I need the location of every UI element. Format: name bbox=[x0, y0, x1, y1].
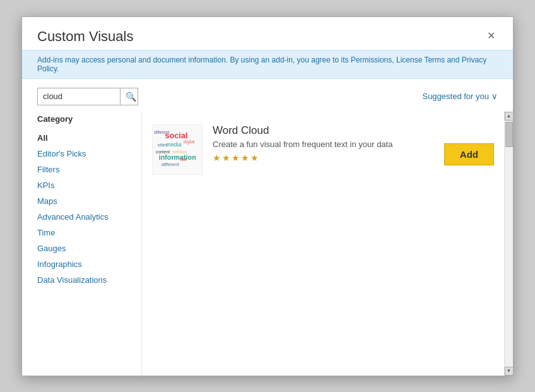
custom-visuals-dialog: Custom Visuals ✕ Add-ins may access pers… bbox=[21, 16, 514, 376]
svg-text:different: different bbox=[154, 129, 170, 134]
scrollbar-thumb[interactable] bbox=[505, 122, 513, 147]
notice-text: Add-ins may access personal and document… bbox=[37, 56, 486, 73]
dialog-title: Custom Visuals bbox=[37, 28, 133, 45]
svg-text:like: like bbox=[180, 157, 187, 161]
visual-description: Create a fun visual from frequent text i… bbox=[213, 140, 434, 149]
chevron-down-icon: ∨ bbox=[491, 92, 498, 101]
search-input[interactable] bbox=[38, 88, 120, 105]
sidebar-item-maps[interactable]: Maps bbox=[37, 193, 126, 209]
suggested-label: Suggested for you bbox=[422, 92, 489, 101]
add-button[interactable]: Add bbox=[444, 143, 494, 165]
svg-text:digital: digital bbox=[184, 140, 195, 145]
visual-name: Word Cloud bbox=[213, 124, 434, 137]
scrollbar-up-button[interactable]: ▲ bbox=[505, 112, 514, 121]
word-cloud-image: social sites media digital content netwo… bbox=[153, 125, 202, 174]
sidebar-item-advanced-analytics[interactable]: Advanced Analytics bbox=[37, 209, 126, 225]
suggested-for-you-button[interactable]: Suggested for you ∨ bbox=[422, 92, 498, 101]
search-row: 🔍 Suggested for you ∨ bbox=[22, 79, 513, 112]
dialog-header: Custom Visuals ✕ bbox=[22, 17, 513, 50]
content-area: Category All Editor's Picks Filters KPIs… bbox=[22, 112, 513, 376]
sidebar-item-infographics[interactable]: Infographics bbox=[37, 256, 126, 272]
visual-card: social sites media digital content netwo… bbox=[152, 118, 494, 181]
sidebar: Category All Editor's Picks Filters KPIs… bbox=[22, 112, 142, 376]
results-area: social sites media digital content netwo… bbox=[142, 112, 504, 376]
sidebar-item-editors-picks[interactable]: Editor's Picks bbox=[37, 146, 126, 162]
visual-thumbnail: social sites media digital content netwo… bbox=[152, 124, 203, 175]
svg-text:different: different bbox=[162, 162, 180, 167]
svg-text:information: information bbox=[159, 153, 196, 160]
svg-text:media: media bbox=[166, 141, 181, 148]
sidebar-item-filters[interactable]: Filters bbox=[37, 162, 126, 177]
visual-info: Word Cloud Create a fun visual from freq… bbox=[213, 124, 434, 163]
sidebar-item-all[interactable]: All bbox=[37, 130, 126, 146]
sidebar-item-time[interactable]: Time bbox=[37, 225, 126, 241]
visual-rating: ★★★★★ bbox=[213, 153, 434, 163]
scrollbar-down-button[interactable]: ▼ bbox=[505, 367, 514, 376]
sidebar-item-kpis[interactable]: KPIs bbox=[37, 177, 126, 193]
notice-bar: Add-ins may access personal and document… bbox=[22, 50, 513, 79]
scrollbar-track bbox=[505, 121, 514, 367]
sidebar-item-gauges[interactable]: Gauges bbox=[37, 241, 126, 256]
scrollbar: ▲ ▼ bbox=[504, 112, 513, 376]
search-button[interactable]: 🔍 bbox=[120, 88, 141, 105]
close-button[interactable]: ✕ bbox=[485, 28, 498, 44]
category-label: Category bbox=[37, 114, 126, 124]
sidebar-item-data-visualizations[interactable]: Data Visualizations bbox=[37, 272, 126, 288]
search-box: 🔍 bbox=[37, 88, 138, 105]
